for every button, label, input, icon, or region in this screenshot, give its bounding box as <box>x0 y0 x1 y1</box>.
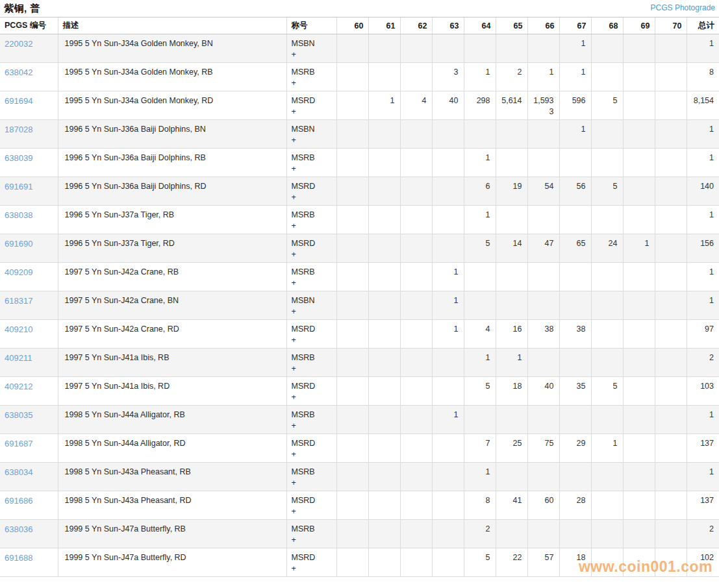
grade-cell-64 <box>464 120 496 149</box>
grade-cell-67 <box>559 520 591 548</box>
designation-plus-label: + <box>292 535 332 545</box>
grade-cell-61 <box>368 263 400 291</box>
designation-cell: MSRB+ <box>286 463 336 491</box>
pcgs-number-link[interactable]: 409210 <box>5 325 32 334</box>
grade-count: 4 <box>402 96 427 105</box>
col-header-grade-70: 70 <box>655 18 687 34</box>
designation-label: MSBN <box>292 296 332 305</box>
photograde-link[interactable]: PCGS Photograde <box>651 3 715 12</box>
table-row: 6380351998 5 Yn Sun-J44a Alligator, RBMS… <box>0 406 719 434</box>
grade-cell-64 <box>464 263 496 291</box>
pcgs-number-link[interactable]: 409212 <box>5 382 32 391</box>
designation-label: MSBN <box>292 125 332 134</box>
coin-description: 1998 5 Yn Sun-J44a Alligator, RD <box>58 434 286 463</box>
designation-cell: MSRB+ <box>286 406 336 434</box>
grade-cell-67: 596 <box>559 92 591 120</box>
table-row: 1870281996 5 Yn Sun-J36a Baiji Dolphins,… <box>0 120 719 149</box>
grade-count: 1 <box>370 96 395 105</box>
header-row: PCGS 编号 描述 称号 6061626364656667686970总计 <box>0 18 719 34</box>
grade-cell-63 <box>432 463 464 491</box>
col-header-grade-68: 68 <box>591 18 623 34</box>
grade-cell-64: 5 <box>464 377 496 406</box>
grade-cell-63 <box>432 120 464 149</box>
grade-count: 1 <box>434 296 459 305</box>
pcgs-number-link[interactable]: 638034 <box>5 467 32 477</box>
pcgs-number-link[interactable]: 638035 <box>5 410 32 420</box>
pcgs-number-link[interactable]: 618317 <box>5 296 32 306</box>
pcgs-number-link[interactable]: 691688 <box>5 553 32 563</box>
pcgs-number-link[interactable]: 638039 <box>5 153 32 163</box>
grade-cell-65 <box>496 463 527 491</box>
grade-count: 1 <box>593 439 618 448</box>
grade-cell-63: 1 <box>432 291 464 320</box>
table-row: 4092091997 5 Yn Sun-J42a Crane, RBMSRB+1… <box>0 263 719 291</box>
pcgs-number-link[interactable]: 638038 <box>5 210 32 220</box>
grade-cell-70 <box>655 320 687 349</box>
designation-cell: MSRD+ <box>286 92 336 120</box>
pcgs-number-link[interactable]: 691694 <box>5 96 32 106</box>
grade-cell-61 <box>368 406 400 434</box>
pcgs-number-link[interactable]: 691686 <box>5 496 32 506</box>
grade-cell-61 <box>368 234 400 263</box>
grade-cell-65: 14 <box>496 234 527 263</box>
grade-count: 1 <box>466 153 490 162</box>
grade-cell-70 <box>655 520 687 548</box>
grade-cell-60 <box>336 120 368 149</box>
pcgs-number-cell: 691687 <box>0 434 58 463</box>
grade-count: 1 <box>466 210 490 219</box>
grade-cell-60 <box>336 434 368 463</box>
grade-count: 5 <box>466 239 490 248</box>
grade-cell-65: 5,614 <box>496 92 527 120</box>
pcgs-number-link[interactable]: 691690 <box>5 239 32 249</box>
grade-cell-69 <box>623 320 655 349</box>
pcgs-number-link[interactable]: 638036 <box>5 524 32 534</box>
grade-cell-65 <box>496 149 527 177</box>
col-header-designation: 称号 <box>286 18 336 34</box>
grade-count: 28 <box>561 496 586 505</box>
pcgs-number-link[interactable]: 187028 <box>5 125 32 134</box>
grade-cell-70 <box>655 92 687 120</box>
grade-cell-69 <box>623 206 655 234</box>
coin-description: 1996 5 Yn Sun-J36a Baiji Dolphins, RB <box>58 149 286 177</box>
population-table: PCGS 编号 描述 称号 6061626364656667686970总计 2… <box>0 17 719 577</box>
table-row: 6916881999 5 Yn Sun-J47a Butterfly, RDMS… <box>0 548 719 577</box>
grade-cell-68 <box>591 548 623 577</box>
designation-plus-label: + <box>292 278 332 288</box>
grade-count: 1 <box>561 67 586 77</box>
grade-count: 29 <box>561 439 586 448</box>
grade-cell-62 <box>400 206 432 234</box>
pcgs-number-link[interactable]: 409209 <box>5 267 32 277</box>
grade-cell-70 <box>655 177 687 206</box>
grade-cell-62 <box>400 377 432 406</box>
total-cell: 1 <box>687 149 719 177</box>
pcgs-number-link[interactable]: 409211 <box>5 353 32 363</box>
grade-cell-68 <box>591 349 623 377</box>
grade-count: 24 <box>593 239 618 248</box>
grade-cell-61 <box>368 63 400 92</box>
pcgs-number-link[interactable]: 220032 <box>5 39 32 49</box>
grade-cell-61 <box>368 520 400 548</box>
col-header-total: 总计 <box>687 18 719 34</box>
grade-cell-61 <box>368 463 400 491</box>
designation-plus-label: + <box>292 478 332 487</box>
total-cell: 140 <box>687 177 719 206</box>
pcgs-number-link[interactable]: 638042 <box>5 67 32 77</box>
pcgs-number-link[interactable]: 691691 <box>5 182 32 191</box>
pcgs-number-cell: 638038 <box>0 206 58 234</box>
grade-count: 596 <box>561 96 586 105</box>
col-header-desc: 描述 <box>58 18 286 34</box>
grade-count: 1 <box>466 67 490 77</box>
grade-cell-63 <box>432 149 464 177</box>
pcgs-number-link[interactable]: 691687 <box>5 439 32 448</box>
grade-cell-66: 57 <box>527 548 559 577</box>
grade-cell-69 <box>623 520 655 548</box>
table-row: 6380391996 5 Yn Sun-J36a Baiji Dolphins,… <box>0 149 719 177</box>
pcgs-number-cell: 638034 <box>0 463 58 491</box>
grade-cell-62 <box>400 349 432 377</box>
grade-cell-63 <box>432 548 464 577</box>
grade-count: 1 <box>561 39 586 48</box>
grade-cell-60 <box>336 406 368 434</box>
total-cell: 156 <box>687 234 719 263</box>
grade-cell-63: 1 <box>432 263 464 291</box>
designation-label: MSRB <box>292 467 332 476</box>
